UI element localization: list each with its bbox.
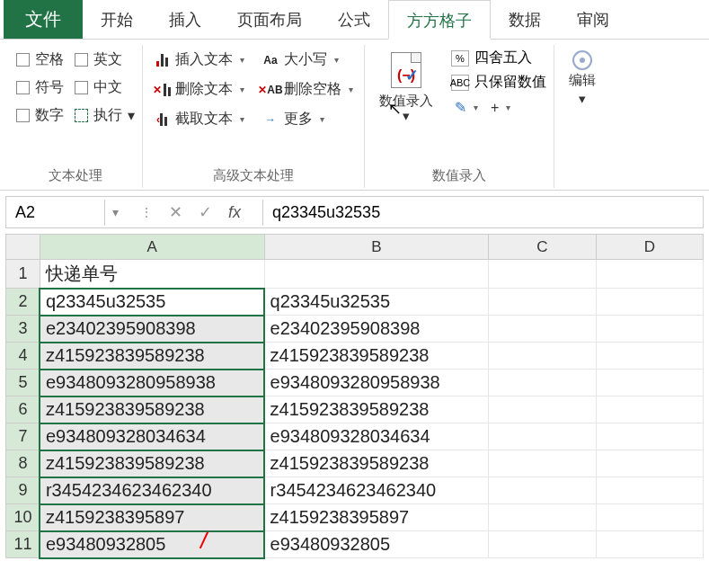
execute-button[interactable]: 执行▾ (75, 106, 135, 125)
row-header[interactable]: 8 (6, 450, 40, 477)
cell[interactable] (596, 396, 703, 423)
cell[interactable] (489, 343, 596, 370)
group-text-processing: 空格 符号 数字 英文 中文 执行▾ 文本处理 (9, 45, 143, 188)
insert-text-button[interactable]: 插入文本▾ (150, 49, 248, 71)
column-header-b[interactable]: B (264, 235, 489, 260)
row-header[interactable]: 6 (6, 396, 40, 423)
row-header[interactable]: 1 (6, 260, 40, 289)
column-header-c[interactable]: C (489, 235, 596, 260)
row-header[interactable]: 5 (6, 370, 40, 396)
tab-start[interactable]: 开始 (83, 0, 151, 39)
enter-button[interactable]: ✓ (199, 202, 212, 222)
cell[interactable] (596, 370, 703, 396)
tab-review[interactable]: 审阅 (559, 0, 627, 39)
cell[interactable] (596, 423, 703, 450)
cell[interactable]: e93480932805 (264, 531, 489, 558)
row-header[interactable]: 10 (6, 504, 40, 531)
column-header-a[interactable]: A (40, 235, 264, 260)
cell[interactable]: z415923839589238 (40, 450, 264, 477)
tab-file[interactable]: 文件 (4, 0, 83, 39)
tab-formula[interactable]: 公式 (320, 0, 388, 39)
cell[interactable] (489, 450, 596, 477)
cell[interactable] (489, 504, 596, 531)
cell[interactable]: z415923839589238 (264, 450, 489, 477)
cell[interactable]: z4159238395897 (40, 504, 264, 531)
cell[interactable] (596, 316, 703, 343)
cell[interactable]: e93480932805 (40, 531, 264, 558)
tab-fangfang[interactable]: 方方格子 (388, 0, 491, 40)
cut-bars-icon: ‹ (154, 112, 170, 127)
cell[interactable]: q23345u32535 (264, 289, 489, 316)
row-header[interactable]: 3 (6, 316, 40, 343)
row-header[interactable]: 11 (6, 531, 40, 558)
case-button[interactable]: Aa大小写▾ (259, 49, 357, 71)
checkbox-space[interactable]: 空格 (16, 50, 64, 69)
numeric-entry-button[interactable]: (−)✓ 数值录入▾ ↖ (372, 47, 440, 164)
checkbox-number[interactable]: 数字 (16, 106, 64, 125)
cell[interactable] (596, 450, 703, 477)
checkbox-chinese[interactable]: 中文 (75, 78, 135, 97)
round-button[interactable]: %四舍五入 (451, 49, 546, 67)
cell[interactable]: r3454234623462340 (40, 477, 264, 504)
checkbox-symbol[interactable]: 符号 (16, 78, 64, 97)
cell[interactable]: z415923839589238 (264, 343, 489, 370)
cell[interactable] (596, 289, 703, 316)
cell[interactable]: e23402395908398 (264, 316, 489, 343)
select-all-corner[interactable] (6, 235, 40, 260)
tab-insert[interactable]: 插入 (151, 0, 219, 39)
cell[interactable]: r3454234623462340 (264, 477, 489, 504)
edit-cell-button[interactable]: ✎▾ (451, 97, 482, 118)
cell[interactable] (489, 477, 596, 504)
cell[interactable]: q23345u32535 (40, 289, 264, 316)
cell[interactable]: z415923839589238 (40, 396, 264, 423)
plus-icon: + (491, 100, 499, 116)
chevron-down-icon: ▾ (128, 107, 135, 124)
cell[interactable] (489, 423, 596, 450)
delete-space-button[interactable]: ✕AB删除空格▾ (259, 78, 357, 101)
cell[interactable] (596, 343, 703, 370)
cell[interactable] (489, 531, 596, 558)
cell[interactable] (489, 260, 596, 289)
cell[interactable]: z415923839589238 (264, 396, 489, 423)
aa-icon: Aa (262, 53, 279, 67)
checkbox-english[interactable]: 英文 (75, 50, 135, 69)
name-box-dropdown[interactable]: ▾ (105, 205, 126, 219)
cell-a1[interactable]: 快递单号 (40, 260, 264, 289)
extract-text-button[interactable]: ‹截取文本▾ (150, 108, 248, 130)
checkbox-label: 数字 (35, 106, 64, 125)
cell[interactable]: z4159238395897 (264, 504, 489, 531)
cell[interactable]: e9348093280958938 (40, 370, 264, 396)
cell[interactable] (264, 260, 489, 289)
tab-page-layout[interactable]: 页面布局 (219, 0, 320, 39)
chevron-down-icon: ▾ (506, 102, 510, 112)
cell[interactable] (489, 316, 596, 343)
row-header[interactable]: 9 (6, 477, 40, 504)
edit-button[interactable]: 编辑 ▾ (562, 47, 603, 181)
cancel-button[interactable]: ✕ (169, 202, 182, 222)
cell[interactable] (489, 289, 596, 316)
cell[interactable] (596, 504, 703, 531)
more-button[interactable]: →更多▾ (259, 108, 357, 130)
cell[interactable] (596, 477, 703, 504)
cell[interactable]: z415923839589238 (40, 343, 264, 370)
row-header[interactable]: 2 (6, 289, 40, 316)
plus-button[interactable]: +▾ (487, 98, 514, 118)
cell[interactable] (489, 370, 596, 396)
row-header[interactable]: 4 (6, 343, 40, 370)
delete-text-button[interactable]: ✕删除文本▾ (150, 78, 248, 101)
formula-input[interactable]: q23345u32535 (262, 200, 703, 226)
cell[interactable] (596, 260, 703, 289)
cell[interactable]: e934809328034634 (40, 423, 264, 450)
column-header-d[interactable]: D (596, 235, 703, 260)
chevron-down-icon: ▾ (579, 91, 586, 107)
name-box[interactable]: A2 (6, 200, 105, 226)
cell[interactable] (596, 531, 703, 558)
row-header[interactable]: 7 (6, 423, 40, 450)
cell[interactable]: e23402395908398 (40, 316, 264, 343)
cell[interactable] (489, 396, 596, 423)
cell[interactable]: e9348093280958938 (264, 370, 489, 396)
cell[interactable]: e934809328034634 (264, 423, 489, 450)
fx-button[interactable]: fx (228, 203, 241, 222)
tab-data[interactable]: 数据 (491, 0, 559, 39)
keep-numeric-button[interactable]: ABC只保留数值 (451, 73, 546, 92)
